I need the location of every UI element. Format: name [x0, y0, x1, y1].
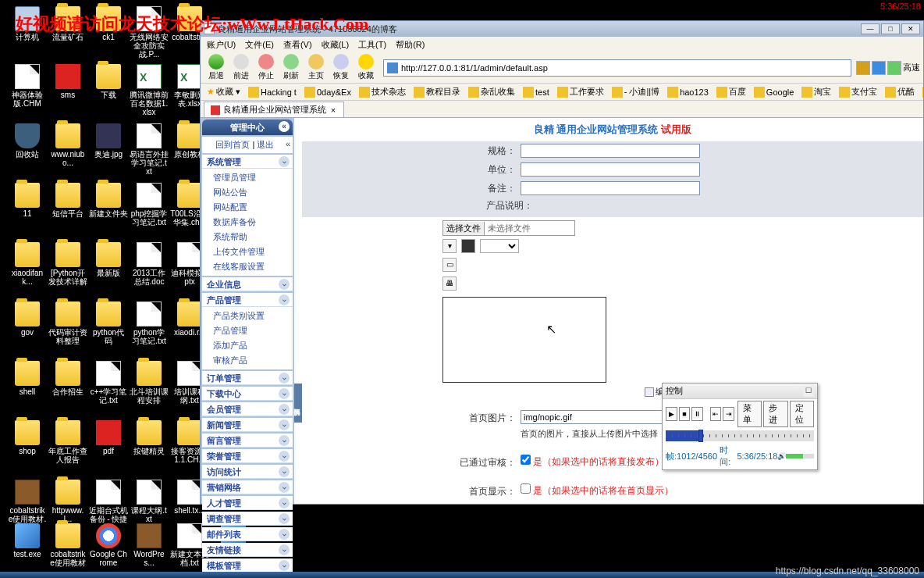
- desktop-icon[interactable]: ck1: [89, 6, 128, 41]
- sidebar-section-ent[interactable]: 企业信息⌵: [202, 277, 293, 291]
- desktop-icon[interactable]: 无线网络安全攻防实战.P...: [130, 6, 169, 59]
- sidebar-section-hr[interactable]: 人才管理⌵: [202, 496, 293, 510]
- undo-button[interactable]: 恢复: [329, 52, 354, 83]
- sidebar-item[interactable]: 网站公告: [202, 185, 293, 200]
- sidebar-item[interactable]: 数据库备份: [202, 215, 293, 230]
- desktop-icon[interactable]: 计算机: [8, 6, 47, 41]
- sidebar-item[interactable]: 添加产品: [202, 338, 293, 353]
- vc-next-icon[interactable]: ⇥: [723, 407, 734, 421]
- desktop-icon[interactable]: python代码: [89, 301, 128, 345]
- desktop-icon[interactable]: 课程大纲.txt: [130, 480, 169, 523]
- sidebar-section-news[interactable]: 新闻管理⌵: [202, 418, 293, 432]
- menu-tools[interactable]: 工具(T): [355, 37, 389, 52]
- address-bar[interactable]: [383, 59, 851, 77]
- desktop-icon[interactable]: cobaltstrike使用教材: [48, 523, 87, 567]
- desktop-icon[interactable]: 按键精灵: [130, 420, 169, 455]
- sidebar-item[interactable]: 在线客服设置: [202, 259, 293, 274]
- desktop-icon[interactable]: c++学习笔记.txt: [89, 361, 128, 405]
- sidebar-section-honor[interactable]: 荣誉管理⌵: [202, 449, 293, 463]
- desktop-icon[interactable]: pdf: [89, 420, 128, 455]
- desktop-icon[interactable]: 代码审计资料整理: [48, 301, 87, 345]
- sidebar-section-market[interactable]: 营销网络⌵: [202, 480, 293, 494]
- vc-close[interactable]: □: [803, 385, 814, 397]
- vc-prev-icon[interactable]: ⇤: [710, 407, 722, 421]
- toolbar-icon[interactable]: [872, 61, 886, 75]
- close-button[interactable]: ✕: [901, 23, 920, 34]
- vc-pos-button[interactable]: 定位: [790, 401, 814, 427]
- bookmark-item[interactable]: 优酷: [882, 85, 918, 98]
- desktop-icon[interactable]: 北斗培训课程安排: [130, 361, 169, 405]
- show-checkbox[interactable]: [521, 483, 531, 494]
- sidebar-section-sys[interactable]: 系统管理⌵: [202, 155, 293, 169]
- menu-help[interactable]: 帮助(R): [393, 37, 428, 52]
- desktop-icon[interactable]: 易语言外挂学习笔记.txt: [130, 123, 169, 176]
- desktop-icon[interactable]: shell: [8, 361, 47, 396]
- menu-account[interactable]: 账户(U): [204, 37, 239, 52]
- titlebar[interactable]: 良精通用企业网站管理系统 - 471036824的博客 ― □ ✕: [201, 21, 923, 37]
- file-selector[interactable]: 选择文件 未选择文件: [442, 220, 575, 236]
- toolbar-icon[interactable]: [887, 61, 901, 75]
- desktop-icon[interactable]: 奥迪.jpg: [89, 123, 128, 159]
- choose-file-button[interactable]: 选择文件: [443, 222, 485, 235]
- sidebar-section-mail[interactable]: 邮件列表⌵: [202, 527, 293, 541]
- vc-step-button[interactable]: 步进: [763, 401, 787, 427]
- sidebar-section-prod[interactable]: 产品管理⌵: [202, 293, 293, 307]
- desktop-icon[interactable]: 2013工作总结.doc: [130, 242, 169, 286]
- tab-close-icon[interactable]: ×: [329, 105, 337, 115]
- unit-input[interactable]: [521, 162, 700, 177]
- bookmark-item[interactable]: hao123: [664, 86, 712, 98]
- bookmark-item[interactable]: 站长工具: [919, 85, 923, 98]
- bookmark-item[interactable]: 淘宝: [798, 85, 834, 98]
- sidebar-item[interactable]: 产品管理: [202, 323, 293, 338]
- toolbar-icon[interactable]: [856, 61, 870, 75]
- tab-active[interactable]: 良精通用企业网站管理系统 ×: [204, 102, 344, 117]
- sidebar-section-msg[interactable]: 留言管理⌵: [202, 434, 293, 448]
- sidebar-section-tpl[interactable]: 模板管理⌵: [202, 558, 293, 573]
- bookmark-item[interactable]: test: [520, 86, 553, 98]
- refresh-button[interactable]: 刷新: [279, 52, 304, 83]
- sidebar-section-link[interactable]: 友情链接⌵: [202, 543, 293, 557]
- sidebar-section-survey[interactable]: 调查管理⌵: [202, 512, 293, 526]
- minimize-button[interactable]: ―: [861, 23, 880, 34]
- desktop-icon[interactable]: test.exe: [8, 523, 47, 558]
- vc-stop-icon[interactable]: ■: [679, 407, 691, 421]
- back-button[interactable]: 后退: [204, 52, 229, 83]
- sidebar-section-member[interactable]: 会员管理⌵: [202, 402, 293, 416]
- vc-pause-icon[interactable]: ⏸: [691, 407, 703, 421]
- desktop-icon[interactable]: 下载: [89, 64, 128, 99]
- bookmark-item[interactable]: 杂乱收集: [465, 85, 518, 98]
- stop-button[interactable]: 停止: [254, 52, 279, 83]
- desktop-icon[interactable]: [Python开发技术详解: [48, 242, 87, 286]
- desktop-icon[interactable]: 神器体验版.CHM: [8, 64, 47, 108]
- screen-switch-tab[interactable]: 屏幕切换: [294, 384, 302, 423]
- bookmark-item[interactable]: 技术杂志: [356, 85, 409, 98]
- bookmark-item[interactable]: 0day&Ex: [301, 86, 354, 98]
- bookmark-star[interactable]: ★收藏 ▾: [204, 85, 243, 98]
- menu-view[interactable]: 查看(V): [280, 37, 315, 52]
- sidebar-item[interactable]: 审核产品: [202, 353, 293, 368]
- editor-ruler-icon[interactable]: ▭: [442, 258, 457, 272]
- logout-link[interactable]: 退出: [257, 140, 274, 149]
- home-button[interactable]: 主页: [304, 52, 329, 83]
- remark-input[interactable]: [521, 181, 700, 195]
- bookmark-item[interactable]: 支付宝: [836, 85, 880, 98]
- desktop-icon[interactable]: 年底工作查人报告: [48, 420, 87, 464]
- desktop-icon[interactable]: php挖掘学习笔记.txt: [130, 183, 169, 227]
- favorites-button[interactable]: 收藏: [354, 52, 378, 83]
- desktop-icon[interactable]: www.niubo...: [48, 123, 87, 167]
- vc-progress-slider[interactable]: [666, 430, 814, 441]
- audit-checkbox[interactable]: [521, 455, 531, 465]
- video-control-panel[interactable]: 控制□ ▶ ■ ⏸ ⇤ ⇥ 菜单 步进 定位 帧:1012/4560 时间:5:…: [662, 383, 818, 470]
- editor-color-button[interactable]: [461, 239, 475, 253]
- editor-select[interactable]: [480, 239, 519, 253]
- menu-favorites[interactable]: 收藏(L): [318, 37, 352, 52]
- desktop-icon[interactable]: gov: [8, 301, 47, 337]
- sidebar-item[interactable]: 系统帮助: [202, 230, 293, 244]
- collapse-icon[interactable]: «: [279, 121, 290, 132]
- bookmark-item[interactable]: Google: [751, 86, 797, 98]
- desktop-icon[interactable]: 回收站: [8, 123, 47, 159]
- menu-file[interactable]: 文件(E): [242, 37, 277, 52]
- desktop-icon[interactable]: python学习笔记.txt: [130, 301, 169, 345]
- home-link[interactable]: 回到首页: [215, 140, 250, 149]
- desktop-icon[interactable]: sms: [48, 64, 87, 99]
